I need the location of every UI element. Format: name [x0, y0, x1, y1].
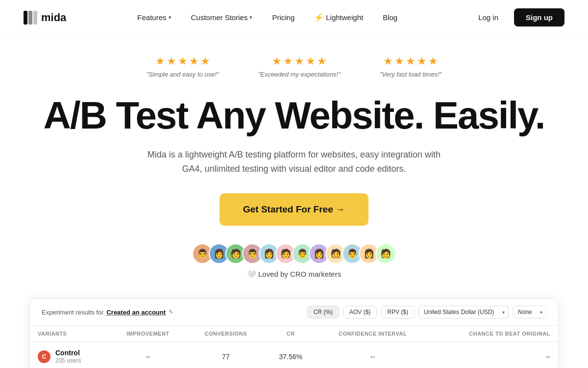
logo-text: mida [41, 11, 66, 24]
logo[interactable]: mida [24, 11, 66, 25]
variant-cell: C Control 205 users [30, 342, 109, 368]
results-label: Experiment results for [42, 309, 103, 316]
nav-pricing[interactable]: Pricing [264, 9, 302, 26]
conversions-cell: 77 [187, 342, 265, 368]
stars-3: ★ ★ ★ ★ ★ [383, 55, 438, 68]
nav-links: Features ▾ Customer Stories ▾ Pricing ⚡ … [129, 9, 405, 26]
cr-cell: 37.56% [265, 342, 317, 368]
rpv-tab[interactable]: RPV ($) [381, 306, 415, 318]
variant-name: Control [55, 349, 81, 357]
card-header-right: CR (%) AOV ($) RPV ($) United States Dol… [307, 306, 546, 318]
lightning-icon: ⚡ [314, 13, 324, 22]
hero-headline: A/B Test Any Website. Easily. [24, 96, 564, 136]
card-header-left: Experiment results for Created an accoun… [42, 309, 173, 316]
star-icon: ★ [272, 55, 282, 68]
nav-blog[interactable]: Blog [375, 9, 405, 26]
signup-button[interactable]: Sign up [514, 8, 564, 26]
edit-icon: ✎ [169, 309, 173, 315]
stars-1: ★ ★ ★ ★ ★ [155, 55, 210, 68]
svg-rect-1 [28, 11, 32, 25]
star-icon: ★ [283, 55, 293, 68]
experiment-name[interactable]: Created an account [106, 309, 166, 316]
star-icon: ★ [428, 55, 438, 68]
svg-rect-0 [24, 11, 27, 25]
chevron-down-icon: ▾ [169, 14, 172, 21]
col-improvement: IMPROVEMENT [109, 326, 187, 342]
avatar: 🧑 [375, 243, 396, 264]
login-button[interactable]: Log in [468, 9, 508, 26]
review-3: ★ ★ ★ ★ ★ "Very fast load times!" [380, 55, 442, 78]
nav-features[interactable]: Features ▾ [129, 9, 179, 26]
navigation: mida Features ▾ Customer Stories ▾ Prici… [0, 0, 588, 35]
nav-right: Log in Sign up [468, 8, 564, 26]
variant-users: 205 users [55, 357, 81, 364]
chevron-down-icon: ▾ [249, 14, 252, 21]
star-icon: ★ [167, 55, 176, 68]
star-icon: ★ [317, 55, 327, 68]
col-chance: CHANCE TO BEAT ORIGINAL [429, 326, 558, 342]
review-1: ★ ★ ★ ★ ★ "Simple and easy to use!" [147, 55, 219, 78]
chance-cell: -- [429, 342, 558, 368]
improvement-cell: -- [109, 342, 187, 368]
loved-text: 🤍 Loved by CRO marketers [24, 270, 564, 279]
confidence-cell: -- [317, 342, 429, 368]
currency-select[interactable]: United States Dollar (USD) [418, 306, 509, 318]
review-text-1: "Simple and easy to use!" [147, 71, 219, 78]
hero-subheadline: Mida is a lightweight A/B testing platfo… [137, 148, 451, 176]
table-row: C Control 205 users -- 77 37.56% -- -- [30, 342, 558, 368]
star-icon: ★ [189, 55, 199, 68]
currency-select-wrap: United States Dollar (USD) [418, 306, 509, 318]
col-confidence: CONFIDENCE INTERVAL [317, 326, 429, 342]
dashboard-card: Experiment results for Created an accoun… [29, 298, 559, 368]
col-cr: CR [265, 326, 317, 342]
hero-section: ★ ★ ★ ★ ★ "Simple and easy to use!" ★ ★ … [0, 35, 588, 279]
star-icon: ★ [200, 55, 210, 68]
nav-customer-stories[interactable]: Customer Stories ▾ [183, 9, 261, 26]
reviews-row: ★ ★ ★ ★ ★ "Simple and easy to use!" ★ ★ … [24, 55, 564, 78]
card-header: Experiment results for Created an accoun… [30, 299, 558, 326]
avatars-row: 👨 👩 🧑 👨 👩 🧑 👨 👩 🧑 👨 👩 🧑 [24, 243, 564, 264]
col-conversions: CONVERSIONS [187, 326, 265, 342]
review-2: ★ ★ ★ ★ ★ "Exceeded my expectations!" [258, 55, 341, 78]
star-icon: ★ [383, 55, 393, 68]
svg-rect-2 [33, 11, 37, 25]
star-icon: ★ [155, 55, 165, 68]
cr-tab[interactable]: CR (%) [307, 306, 339, 318]
star-icon: ★ [294, 55, 304, 68]
none-select-wrap: None [513, 306, 546, 318]
cta-label: Get Started For Free → [243, 204, 345, 215]
variant-badge: C [38, 350, 50, 363]
review-text-3: "Very fast load times!" [380, 71, 442, 78]
aov-tab[interactable]: AOV ($) [343, 306, 377, 318]
nav-lightweight[interactable]: ⚡ Lightweight [306, 9, 371, 26]
stars-2: ★ ★ ★ ★ ★ [272, 55, 327, 68]
star-icon: ★ [406, 55, 416, 68]
none-select[interactable]: None [513, 306, 546, 318]
star-icon: ★ [417, 55, 427, 68]
star-icon: ★ [394, 55, 404, 68]
review-text-2: "Exceeded my expectations!" [258, 71, 341, 78]
cta-button[interactable]: Get Started For Free → [220, 193, 368, 226]
star-icon: ★ [306, 55, 316, 68]
star-icon: ★ [178, 55, 188, 68]
table-header-row: VARIANTS IMPROVEMENT CONVERSIONS CR CONF… [30, 326, 558, 342]
variant-info: Control 205 users [55, 349, 81, 364]
results-table: VARIANTS IMPROVEMENT CONVERSIONS CR CONF… [30, 326, 558, 368]
col-variants: VARIANTS [30, 326, 109, 342]
